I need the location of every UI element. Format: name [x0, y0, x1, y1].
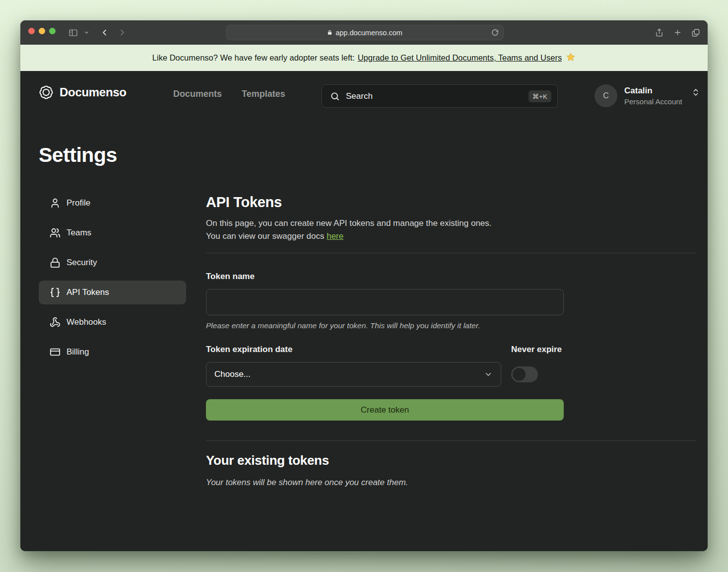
account-type: Personal Account — [624, 97, 682, 106]
browser-window: app.documenso.com Like Documenso? We hav… — [20, 20, 708, 551]
back-icon[interactable] — [100, 20, 109, 45]
search-input[interactable]: Search ⌘+K — [322, 84, 558, 108]
account-name: Catalin — [624, 86, 682, 96]
promo-banner: Like Documenso? We have few early adopte… — [20, 45, 708, 71]
browser-titlebar: app.documenso.com — [20, 20, 708, 45]
promo-text: Like Documenso? We have few early adopte… — [152, 53, 355, 63]
documenso-logo-icon — [39, 85, 54, 100]
expiration-value: Choose... — [214, 369, 484, 379]
existing-tokens-empty-text: Your tokens will be shown here once you … — [206, 478, 696, 488]
sidebar-item-profile[interactable]: Profile — [39, 191, 186, 215]
search-icon — [330, 91, 340, 101]
swagger-docs-link[interactable]: here — [327, 231, 343, 241]
search-label: Search — [346, 91, 523, 101]
account-menu[interactable]: Catalin Personal Account — [624, 86, 682, 106]
new-tab-icon[interactable] — [673, 20, 682, 45]
chevrons-up-down-icon[interactable] — [691, 88, 700, 99]
expiration-label: Token expiration date — [206, 345, 501, 355]
page-title: Settings — [39, 143, 117, 167]
sidebar-item-label: Webhooks — [66, 317, 106, 327]
zoom-window-button[interactable] — [49, 28, 56, 34]
sidebar-item-label: Billing — [66, 347, 89, 357]
sidebar-item-teams[interactable]: Teams — [39, 221, 186, 245]
never-expire-label: Never expire — [511, 345, 564, 355]
upgrade-link[interactable]: Upgrade to Get Unlimited Documents, Team… — [358, 53, 562, 63]
token-name-label: Token name — [206, 272, 696, 282]
sidebar-toggle-icon[interactable] — [68, 20, 78, 45]
divider — [206, 253, 696, 253]
reload-icon[interactable] — [491, 29, 499, 38]
app-content: Documenso Documents Templates Search ⌘+K… — [20, 71, 708, 551]
section-description: On this page, you can create new API tok… — [206, 217, 696, 242]
brand-name: Documenso — [60, 85, 127, 99]
close-window-button[interactable] — [28, 28, 35, 34]
expiration-select[interactable]: Choose... — [206, 362, 501, 387]
chevron-down-icon — [484, 370, 493, 379]
avatar[interactable]: C — [595, 84, 617, 107]
webhook-icon — [50, 317, 61, 328]
sidebar-item-billing[interactable]: Billing — [39, 340, 186, 364]
sidebar-item-label: Teams — [66, 228, 91, 238]
traffic-lights — [28, 28, 56, 34]
toggle-thumb — [513, 368, 526, 381]
lock-icon — [50, 257, 61, 268]
brand[interactable]: Documenso — [39, 85, 127, 100]
search-shortcut: ⌘+K — [529, 90, 551, 102]
sidebar-item-label: API Tokens — [66, 287, 109, 297]
expiration-row: Token expiration date Choose... Never ex… — [206, 345, 564, 387]
api-tokens-panel: API Tokens On this page, you can create … — [206, 190, 696, 488]
settings-sidebar: Profile Teams Security API Tokens Webhoo… — [39, 191, 186, 370]
sidebar-item-label: Profile — [66, 198, 90, 208]
chevron-down-icon[interactable] — [84, 20, 89, 45]
sidebar-item-webhooks[interactable]: Webhooks — [39, 310, 186, 334]
forward-icon[interactable] — [118, 20, 127, 45]
address-bar[interactable]: app.documenso.com — [226, 25, 504, 40]
user-icon — [50, 198, 61, 209]
credit-card-icon — [50, 347, 61, 358]
divider — [206, 440, 696, 441]
minimize-window-button[interactable] — [39, 28, 45, 34]
share-icon[interactable] — [655, 20, 663, 45]
url-text: app.documenso.com — [335, 29, 402, 37]
tab-overview-icon[interactable] — [691, 20, 700, 45]
existing-tokens-title: Your existing tokens — [206, 453, 696, 468]
lock-icon — [327, 29, 332, 36]
token-name-input[interactable] — [206, 289, 564, 315]
create-token-button[interactable]: Create token — [206, 399, 564, 421]
users-icon — [50, 227, 61, 238]
braces-icon — [50, 287, 61, 298]
never-expire-toggle[interactable] — [511, 366, 538, 382]
nav-templates[interactable]: Templates — [242, 89, 285, 99]
sidebar-item-api-tokens[interactable]: API Tokens — [39, 281, 186, 304]
nav-documents[interactable]: Documents — [173, 89, 222, 99]
star-icon — [566, 52, 576, 64]
token-name-help: Please enter a meaningful name for your … — [206, 321, 696, 330]
sidebar-item-label: Security — [66, 258, 97, 268]
section-title: API Tokens — [206, 194, 696, 211]
sidebar-item-security[interactable]: Security — [39, 251, 186, 275]
